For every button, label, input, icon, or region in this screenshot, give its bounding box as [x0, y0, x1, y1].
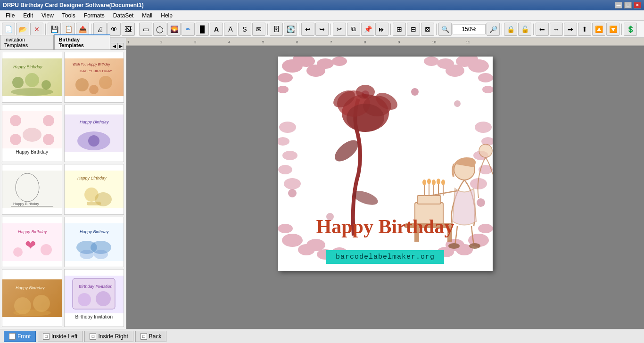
svg-point-37 — [13, 310, 51, 316]
table-button[interactable]: ⊞ — [393, 23, 406, 36]
menu-edit[interactable]: Edit — [19, 11, 37, 20]
template-5[interactable]: Happy Birthday — [2, 164, 62, 215]
template-9[interactable]: Happy Birthday — [2, 269, 62, 327]
circle-button[interactable]: ◯ — [153, 23, 166, 36]
new-button[interactable]: 📄 — [2, 23, 15, 36]
tab-inside-right[interactable]: □ Inside Right — [84, 331, 133, 342]
card-design-svg — [278, 57, 493, 271]
menu-help[interactable]: Help — [157, 11, 176, 20]
close-button[interactable]: ✕ — [634, 2, 641, 8]
app-title: DRPU Birthday Card Designer Software(Doc… — [3, 2, 144, 8]
move-up-button[interactable]: 🔼 — [592, 23, 605, 36]
maximize-button[interactable]: □ — [624, 2, 632, 8]
front-icon: □ — [9, 333, 16, 340]
template-5-img: Happy Birthday — [2, 171, 62, 208]
svg-point-65 — [478, 73, 493, 82]
minimize-button[interactable]: — — [615, 2, 622, 8]
close-doc-button[interactable]: ✕ — [30, 23, 43, 36]
text-button[interactable]: A — [210, 23, 223, 36]
grid-button[interactable]: ⊟ — [407, 23, 420, 36]
svg-text:HAPPY BIRTHDAY: HAPPY BIRTHDAY — [80, 69, 113, 73]
template-9-svg: Happy Birthday — [8, 280, 56, 317]
template-4[interactable]: Happy Birthday — [64, 105, 124, 163]
db2-button[interactable]: 💽 — [284, 23, 297, 36]
template-3-label: Happy Birthday — [15, 148, 49, 155]
db-button[interactable]: 🗄 — [270, 23, 283, 36]
redo-button[interactable]: ↪ — [315, 23, 329, 36]
template-10[interactable]: Birthday Invitation Birthday Invitation — [64, 269, 124, 327]
template-8[interactable]: Happy Birthday — [64, 217, 124, 268]
svg-text:Happy Birthday: Happy Birthday — [18, 229, 47, 234]
export-button[interactable]: 📤 — [76, 23, 89, 36]
unlock-button[interactable]: 🔓 — [518, 23, 531, 36]
template-2[interactable]: Wish You Happy Birthday HAPPY BIRTHDAY — [64, 52, 124, 103]
copy-button[interactable]: ⧉ — [347, 23, 360, 36]
svg-point-125 — [469, 243, 480, 249]
template-3[interactable]: Happy Birthday — [2, 105, 62, 163]
menu-tools[interactable]: Tools — [58, 11, 79, 20]
open-button[interactable]: 📂 — [16, 23, 29, 36]
signature-button[interactable]: S — [238, 23, 251, 36]
menubar: File Edit View Tools Formats DataSet Mai… — [0, 10, 644, 21]
tab-inside-right-label: Inside Right — [98, 333, 128, 340]
text2-button[interactable]: Ā — [224, 23, 237, 36]
svg-point-124 — [448, 243, 460, 249]
undo-button[interactable]: ↩ — [301, 23, 314, 36]
tab-prev[interactable]: ◀ — [111, 43, 117, 49]
template-7[interactable]: Happy Birthday ❤ — [2, 217, 62, 268]
arrow-up-button[interactable]: ⬆ — [578, 23, 591, 36]
lock-button[interactable]: 🔒 — [504, 23, 517, 36]
tab-back[interactable]: □ Back — [135, 331, 167, 342]
tab-inside-left[interactable]: □ Inside Left — [38, 331, 83, 342]
rectangle-button[interactable]: ▭ — [139, 23, 152, 36]
paste-button[interactable]: 📌 — [361, 23, 374, 36]
menu-mail[interactable]: Mail — [138, 11, 156, 20]
separator-2 — [91, 24, 91, 35]
separator-9 — [502, 24, 502, 35]
svg-point-33 — [94, 250, 108, 259]
back-icon: □ — [140, 333, 147, 340]
picture-button[interactable]: 🌄 — [167, 23, 181, 36]
svg-point-88 — [475, 122, 492, 133]
template-6-svg: Happy Birthday — [70, 171, 117, 208]
template-9-img: Happy Birthday — [2, 279, 62, 317]
flip-h-button[interactable]: ↔ — [550, 23, 563, 36]
svg-point-32 — [80, 250, 94, 259]
arrow-right-button[interactable]: ➡ — [564, 23, 577, 36]
tab-birthday[interactable]: Birthday Templates — [54, 34, 110, 49]
template-6[interactable]: Happy Birthday — [64, 164, 124, 215]
svg-point-10 — [10, 115, 21, 126]
menu-formats[interactable]: Formats — [80, 11, 108, 20]
menu-dataset[interactable]: DataSet — [109, 11, 137, 20]
svg-point-126 — [479, 144, 492, 157]
svg-point-105 — [356, 85, 375, 99]
preview-button[interactable]: 👁 — [107, 23, 121, 36]
pen-button[interactable]: ✒ — [182, 23, 195, 36]
cut-button[interactable]: ✂ — [333, 23, 346, 36]
email-button[interactable]: ✉ — [252, 23, 265, 36]
tab-next[interactable]: ▶ — [117, 43, 124, 49]
barcode-button[interactable]: ▐▌ — [196, 23, 209, 36]
save-as-button[interactable]: 📋 — [62, 23, 75, 36]
menu-file[interactable]: File — [2, 11, 18, 20]
move-down-button[interactable]: 🔽 — [606, 23, 619, 36]
zoom-in-button[interactable]: 🔍 — [438, 23, 452, 36]
align-button[interactable]: ⊠ — [421, 23, 434, 36]
tab-front[interactable]: □ Front — [4, 331, 36, 342]
svg-rect-42 — [126, 38, 644, 46]
menu-view[interactable]: View — [38, 11, 58, 20]
template-1[interactable]: Happy Birthday — [2, 52, 62, 103]
svg-point-36 — [33, 295, 50, 312]
svg-text:8: 8 — [364, 40, 366, 44]
image-button[interactable]: 🖼 — [122, 23, 135, 36]
zoom-out-button[interactable]: 🔎 — [487, 23, 500, 36]
forward-button[interactable]: ⏭ — [375, 23, 388, 36]
print-button[interactable]: 🖨 — [93, 23, 107, 36]
save-button[interactable]: 💾 — [48, 23, 61, 36]
arrow-left-button[interactable]: ⬅ — [536, 23, 549, 36]
dollar-button[interactable]: 💲 — [624, 23, 637, 36]
tab-invitation[interactable]: Invitation Templates — [0, 35, 54, 49]
svg-text:Happy Birthday: Happy Birthday — [16, 286, 45, 290]
svg-point-119 — [441, 180, 445, 185]
svg-point-18 — [16, 173, 39, 202]
